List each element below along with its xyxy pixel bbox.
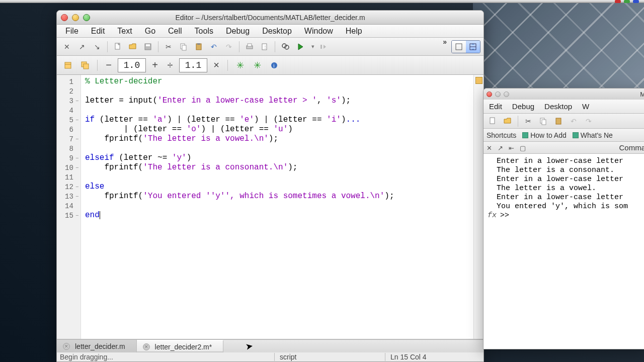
- command-title: M: [640, 90, 644, 98]
- svg-rect-13: [320, 45, 322, 49]
- status-file-type: script: [274, 353, 385, 361]
- layout-split-icon[interactable]: [466, 41, 480, 53]
- menu-desktop[interactable]: Desktop: [540, 101, 577, 112]
- run-advance-icon[interactable]: [318, 40, 328, 53]
- minimize-button[interactable]: [495, 92, 501, 97]
- paste-icon[interactable]: [192, 40, 206, 53]
- menu-text[interactable]: Text: [112, 25, 137, 37]
- close-button[interactable]: [487, 92, 492, 97]
- file-tab[interactable]: ✕letter_decider.m: [57, 340, 137, 352]
- redo-icon[interactable]: ↷: [222, 40, 236, 53]
- new-file-icon[interactable]: [486, 115, 500, 128]
- menu-desktop[interactable]: Desktop: [257, 25, 297, 37]
- increment-field-right[interactable]: 1.1: [179, 58, 207, 72]
- command-dockbar: ✕ ↗ ⇤ ▢ Comma: [484, 142, 644, 154]
- dock-back-icon[interactable]: ⇤: [509, 144, 516, 151]
- cut-icon[interactable]: ✂: [162, 40, 176, 53]
- copy-icon[interactable]: [177, 40, 191, 53]
- file-tabs-row: ✕letter_decider.m✕letter_decider2.m*: [57, 339, 484, 352]
- plus-icon[interactable]: +: [149, 59, 161, 71]
- svg-rect-6: [197, 43, 200, 45]
- menu-file[interactable]: File: [60, 25, 84, 37]
- undock-icon[interactable]: ↗: [75, 40, 89, 53]
- multiply-icon[interactable]: ×: [210, 59, 222, 71]
- close-dock-icon[interactable]: ✕: [60, 40, 74, 53]
- show-cell-info-icon[interactable]: i: [267, 59, 281, 72]
- find-icon[interactable]: [278, 40, 292, 53]
- arrow-icon: [522, 132, 528, 138]
- insert-icon[interactable]: ⋮: [258, 40, 272, 53]
- editor-window: Editor – /Users/rtalbert/Documents/MATLA…: [56, 10, 484, 362]
- toolbar-separator: [107, 41, 108, 52]
- toolbar-separator: [275, 41, 275, 52]
- undo-icon[interactable]: ↶: [567, 115, 581, 128]
- zoom-button[interactable]: [504, 92, 509, 97]
- toolbar-overflow-icon[interactable]: »: [440, 38, 450, 46]
- eval-cell-icon[interactable]: [61, 59, 75, 72]
- cell-toolbar: − 1.0 + ÷ 1.1 × ✳ ✳ i: [57, 56, 484, 75]
- cut-icon[interactable]: ✂: [521, 115, 535, 128]
- menu-debug[interactable]: Debug: [220, 25, 255, 37]
- close-button[interactable]: [61, 14, 68, 21]
- close-tab-icon[interactable]: ✕: [63, 343, 70, 350]
- line-number: 6: [57, 125, 80, 134]
- undock-icon[interactable]: ↗: [498, 144, 505, 151]
- status-line-col: Ln 15 Col 4: [385, 353, 480, 361]
- close-icon[interactable]: ✕: [487, 144, 494, 151]
- new-file-icon[interactable]: [111, 40, 125, 53]
- svg-rect-25: [542, 120, 546, 125]
- redo-icon[interactable]: ↷: [582, 115, 596, 128]
- open-folder-icon[interactable]: [501, 115, 515, 128]
- menu-edit[interactable]: Edit: [86, 25, 111, 37]
- shortcuts-whats-new-link[interactable]: What's Ne: [573, 131, 613, 139]
- insert-cell-break-icon[interactable]: ✳: [233, 59, 247, 72]
- line-number: 3–: [57, 96, 80, 106]
- svg-rect-2: [146, 44, 150, 46]
- run-config-icon[interactable]: ▾: [308, 40, 317, 53]
- dock-arrow-icon[interactable]: ↘: [90, 40, 104, 53]
- command-menubar: EditDebugDesktopW: [484, 100, 644, 114]
- menu-cell[interactable]: Cell: [163, 25, 188, 37]
- toolbar-separator: [158, 41, 158, 52]
- line-number: 5–: [57, 115, 80, 125]
- file-tab[interactable]: ✕letter_decider2.m*: [137, 340, 224, 352]
- shortcuts-how-to-add-link[interactable]: How to Add: [522, 131, 567, 139]
- increment-field-left[interactable]: 1.0: [118, 58, 146, 72]
- paste-icon[interactable]: [551, 115, 566, 128]
- arrow-icon: [573, 132, 579, 138]
- save-icon[interactable]: [141, 40, 155, 53]
- insert-cell-divider-icon[interactable]: ✳: [250, 59, 264, 72]
- menu-debug[interactable]: Debug: [508, 101, 539, 112]
- maximize-icon[interactable]: ▢: [520, 144, 527, 151]
- code-area: 1 2 3–4 5–6 7–8 9–10–11 12–13–14 15– % L…: [57, 75, 484, 339]
- undo-icon[interactable]: ↶: [207, 40, 221, 53]
- toolbar-separator: [97, 60, 98, 71]
- menu-tools[interactable]: Tools: [189, 25, 219, 37]
- command-titlebar[interactable]: M: [484, 88, 644, 100]
- menu-go[interactable]: Go: [139, 25, 161, 37]
- eval-cell-advance-icon[interactable]: [78, 59, 92, 72]
- minus-icon[interactable]: −: [103, 59, 115, 71]
- line-number: 12–: [57, 182, 80, 192]
- open-folder-icon[interactable]: [126, 40, 140, 53]
- copy-icon[interactable]: [536, 115, 550, 128]
- svg-rect-14: [456, 44, 462, 50]
- divide-icon[interactable]: ÷: [164, 59, 176, 71]
- line-number: 14: [57, 201, 80, 211]
- command-output[interactable]: Enter in a lower-case letter The letter …: [484, 154, 644, 349]
- close-tab-icon[interactable]: ✕: [143, 343, 150, 350]
- code-editor[interactable]: % Letter-decider letter = input('Enter i…: [81, 75, 473, 339]
- line-number: 2: [57, 86, 80, 96]
- print-icon[interactable]: [243, 40, 257, 53]
- minimize-button[interactable]: [72, 14, 79, 21]
- editor-titlebar[interactable]: Editor – /Users/rtalbert/Documents/MATLA…: [57, 11, 484, 25]
- menu-help[interactable]: Help: [340, 25, 368, 37]
- menu-edit[interactable]: Edit: [485, 101, 507, 112]
- menu-window[interactable]: Window: [299, 25, 339, 37]
- layout-single-icon[interactable]: [452, 41, 466, 53]
- zoom-button[interactable]: [83, 14, 90, 21]
- svg-rect-23: [490, 118, 495, 124]
- run-icon[interactable]: [293, 40, 307, 53]
- wallpaper-glass-roof: [473, 0, 644, 101]
- menu-w[interactable]: W: [578, 101, 594, 112]
